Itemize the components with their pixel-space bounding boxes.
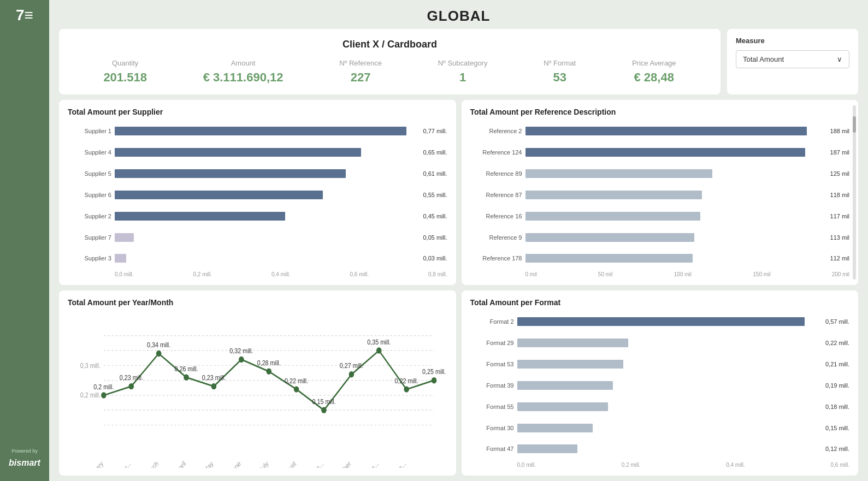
page-title: GLOBAL	[49, 8, 868, 25]
table-row: Supplier 7 0,05 mill.	[68, 233, 447, 242]
bar-track	[517, 317, 820, 326]
bar-value: 0,45 mill.	[423, 213, 447, 219]
bar-track	[525, 127, 825, 135]
kpi-item: Nº Reference 227	[339, 59, 382, 85]
reference-chart-body: Reference 2 188 mil Reference 124 187 mi…	[470, 122, 850, 277]
charts-grid: Total Amount per Supplier Supplier 1 0,7…	[59, 100, 858, 476]
kpi-item-value: 227	[339, 70, 382, 85]
bar-label: Format 53	[470, 361, 514, 367]
bar-track	[525, 191, 825, 199]
svg-text:2016 March: 2016 March	[133, 459, 160, 468]
bar-fill	[525, 169, 713, 178]
bar-value: 0,61 mill.	[423, 170, 447, 177]
svg-text:2016 August: 2016 August	[269, 459, 298, 468]
svg-text:2016 Febru...: 2016 Febru...	[103, 459, 132, 468]
bar-value: 118 mil	[830, 192, 849, 198]
format-chart-title: Total Amount per Format	[470, 298, 850, 307]
data-point	[184, 375, 189, 381]
bar-track	[525, 212, 825, 221]
bar-track	[517, 402, 820, 411]
yearmonth-chart-card: Total Amount per Year/Month 0,3 mill.0,2…	[59, 290, 456, 476]
data-point	[294, 386, 299, 392]
bar-value: 0,77 mill.	[423, 128, 447, 134]
bar-value: 0,03 mill.	[423, 255, 447, 262]
table-row: Format 2 0,57 mill.	[470, 317, 850, 326]
bar-value: 113 mil	[830, 234, 849, 241]
reference-bar-chart: Reference 2 188 mil Reference 124 187 mi…	[470, 122, 850, 268]
bar-fill	[517, 424, 593, 432]
measure-dropdown[interactable]: Total Amount ∨	[736, 50, 849, 68]
svg-text:0,23 mill.: 0,23 mill.	[202, 373, 226, 382]
x-tick-label: 0,6 mill.	[350, 271, 369, 277]
svg-text:2016 October: 2016 October	[322, 459, 352, 468]
measure-selected-value: Total Amount	[743, 55, 784, 63]
svg-text:2016 July: 2016 July	[247, 459, 270, 468]
bar-label: Supplier 3	[68, 255, 111, 262]
bar-label: Reference 87	[470, 192, 522, 198]
kpi-item: Quantity 201.518	[103, 59, 147, 85]
svg-text:0,32 mill.: 0,32 mill.	[229, 347, 253, 355]
bar-label: Format 2	[470, 318, 514, 325]
bar-value: 0,12 mill.	[825, 446, 849, 452]
bar-label: Reference 16	[470, 213, 522, 219]
bar-track	[517, 381, 820, 390]
kpi-item-value: 201.518	[103, 70, 147, 85]
svg-text:2016 Nove...: 2016 Nove...	[352, 459, 380, 468]
bar-label: Reference 89	[470, 170, 522, 177]
bar-label: Format 30	[470, 425, 514, 431]
bar-fill	[525, 254, 693, 263]
bar-fill	[525, 127, 807, 135]
kpi-item-label: Price Average	[632, 59, 676, 67]
chevron-down-icon: ∨	[837, 55, 842, 63]
scroll-thumb	[853, 116, 856, 133]
table-row: Format 53 0,21 mill.	[470, 360, 850, 369]
svg-text:0,27 mill.: 0,27 mill.	[340, 361, 363, 370]
x-tick-label: 0,2 mill.	[193, 271, 212, 277]
data-point	[432, 377, 437, 383]
bar-track	[115, 191, 417, 199]
supplier-chart-card: Total Amount per Supplier Supplier 1 0,7…	[59, 100, 456, 285]
bar-track	[517, 424, 820, 432]
bar-value: 0,05 mill.	[423, 234, 447, 241]
format-chart-body: Format 2 0,57 mill. Format 29 0,22 mill.…	[470, 312, 850, 468]
table-row: Supplier 1 0,77 mill.	[68, 127, 447, 135]
bar-fill	[525, 148, 805, 157]
table-row: Supplier 2 0,45 mill.	[68, 212, 447, 221]
bar-fill	[517, 381, 613, 390]
bar-track	[517, 339, 820, 347]
table-row: Reference 2 188 mil	[470, 127, 850, 135]
table-row: Reference 178 112 mil	[470, 254, 850, 263]
app-logo: 7≡	[16, 7, 33, 24]
x-tick-label: 0,6 mill.	[831, 462, 849, 468]
table-row: Reference 16 117 mil	[470, 212, 850, 221]
bar-value: 0,18 mill.	[825, 403, 849, 410]
bar-fill	[525, 233, 695, 242]
x-tick-label: 0,4 mill.	[726, 462, 745, 468]
x-tick-label: 0,8 mill.	[428, 271, 447, 277]
svg-text:0,2 mill.: 0,2 mill.	[93, 383, 114, 391]
bar-value: 117 mil	[830, 213, 849, 219]
bar-fill	[517, 317, 805, 326]
kpi-item-value: € 3.111.690,12	[203, 70, 284, 85]
bar-track	[525, 254, 825, 263]
kpi-item-label: Quantity	[103, 59, 147, 67]
bar-track	[115, 169, 417, 178]
yearmonth-chart-title: Total Amount per Year/Month	[68, 298, 447, 307]
bar-label: Supplier 7	[68, 234, 111, 241]
bar-label: Reference 124	[470, 149, 522, 156]
x-tick-label: 50 mil	[598, 271, 613, 277]
scroll-indicator	[853, 105, 856, 280]
supplier-chart-body: Supplier 1 0,77 mill. Supplier 4 0,65 mi…	[68, 122, 447, 277]
page-header: GLOBAL	[49, 0, 868, 29]
svg-text:0,22 mill.: 0,22 mill.	[285, 377, 308, 385]
svg-text:2016 January: 2016 January	[75, 459, 105, 468]
bar-value: 125 mil	[830, 170, 849, 177]
svg-text:0,22 mill.: 0,22 mill.	[395, 377, 418, 385]
table-row: Supplier 5 0,61 mill.	[68, 169, 447, 178]
bar-value: 188 mil	[830, 128, 849, 134]
reference-x-axis: 0 mil50 mil100 mil150 mil200 mil	[470, 271, 850, 277]
bar-track	[525, 169, 825, 178]
kpi-item-label: Nº Format	[544, 59, 576, 67]
format-bar-chart: Format 2 0,57 mill. Format 29 0,22 mill.…	[470, 312, 850, 459]
bar-label: Supplier 5	[68, 170, 111, 177]
